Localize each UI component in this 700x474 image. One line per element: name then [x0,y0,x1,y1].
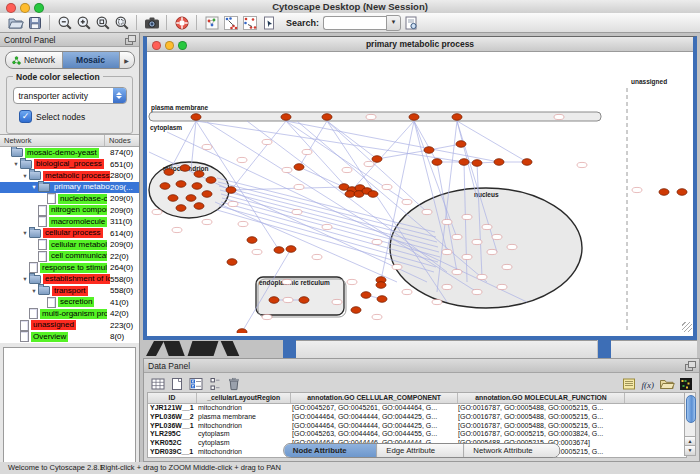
close-icon[interactable] [152,41,161,50]
table-row[interactable]: YPL036W__2plasma membrane[GO:0044464, GO… [148,413,686,422]
network-node[interactable] [191,114,201,121]
tree-row-primary-metabolic[interactable]: ▼primary metabolic209(... [0,182,139,194]
tree-row-metabolic-process[interactable]: ▼metabolic process280(0) [0,170,139,182]
network-node[interactable] [194,203,204,210]
scrollbar-thumb[interactable] [686,395,696,423]
search-network-icon[interactable] [401,14,420,32]
attribute-table-icon[interactable] [148,375,167,393]
network-node[interactable] [472,160,482,167]
table-cell[interactable]: cytoplasm [196,430,290,439]
resize-grip[interactable] [682,322,692,332]
tree-expand-icon[interactable]: ▼ [30,288,38,294]
tab-network-attribute-browser[interactable]: Network Attribute Browser [464,444,559,457]
tree-expand-icon[interactable]: ▼ [21,276,29,282]
table-cell[interactable]: [GO:0016787, GO:0005488, GO:0005215, G..… [456,413,623,422]
table-scrollbar[interactable]: ▲ ▼ [684,392,696,456]
tree-row-biological-process[interactable]: ▼biological_process651(0) [0,159,139,171]
tab-node-attribute-browser[interactable]: Node Attribute Browser [284,444,377,457]
table-cell[interactable]: [GO:0045263, GO:0044464, GO:0044455, G..… [290,430,456,439]
tab-overflow-button[interactable]: ▶ [120,52,134,68]
network-canvas[interactable]: plasma membranecytoplasmmitochondrionnuc… [147,52,693,333]
zoom-window-button[interactable] [34,3,44,13]
tab-edge-attribute-browser[interactable]: Edge Attribute Browser [377,444,464,457]
tab-network[interactable]: Network [6,52,63,68]
network-node[interactable] [494,159,504,166]
network-node[interactable] [351,307,361,314]
network-node[interactable] [180,165,190,172]
tree-row-multi-organism-pro[interactable]: multi-organism pro42(0) [0,308,139,320]
network-node[interactable] [432,159,442,166]
network-node[interactable] [192,183,202,190]
close-window-button[interactable] [6,3,16,13]
select-attributes-icon[interactable] [186,375,205,393]
open-file-icon[interactable] [6,14,25,32]
network-node[interactable] [299,297,309,304]
zoom-fit-icon[interactable] [93,14,112,32]
network-node[interactable] [226,187,236,194]
network-node[interactable] [294,164,304,171]
tree-row-establishment-of-lo[interactable]: ▼establishment of lo558(0) [0,274,139,286]
unselect-attributes-icon[interactable] [205,375,224,393]
network-node[interactable] [409,114,419,121]
table-row[interactable]: YLR295Ccytoplasm[GO:0045263, GO:0044464,… [148,430,686,439]
zoom-region-icon[interactable] [112,14,131,32]
table-cell[interactable]: cytoplasm [196,439,290,448]
maximize-icon[interactable] [178,41,187,50]
table-column-header[interactable]: ID [148,393,197,403]
network-node[interactable] [677,189,687,196]
tree-row-response-to-stimulu[interactable]: response to stimulu264(0) [0,262,139,274]
network-node[interactable] [377,296,387,303]
save-session-icon[interactable] [25,14,44,32]
network-node[interactable] [237,329,247,333]
network-node[interactable] [368,191,378,198]
table-column-header[interactable]: _cellularLayoutRegion [197,393,292,403]
minimize-window-button[interactable] [20,3,30,13]
tree-row-transport[interactable]: ▼transport558(0) [0,285,139,297]
table-cell[interactable]: YPL036W__1 [148,422,196,431]
select-nodes-checkbox[interactable]: ✓ [19,110,32,123]
network-node[interactable] [459,159,469,166]
network-node[interactable] [202,191,212,198]
network-node[interactable] [322,114,332,121]
search-input[interactable] [323,16,386,30]
tree-expand-icon[interactable]: ▼ [30,184,38,190]
network-node[interactable] [452,114,462,121]
tree-expand-icon[interactable]: ▼ [21,230,29,236]
node-color-dropdown[interactable]: transporter activity [13,87,127,104]
tree-row-nitrogen-compou[interactable]: nitrogen compou209(0) [0,205,139,217]
tree-row-macromolecule[interactable]: macromolecule311(0) [0,216,139,228]
zoom-in-icon[interactable] [74,14,93,32]
table-cell[interactable]: [GO:0045267, GO:0045261, GO:0044464, G..… [290,404,456,413]
table-column-header[interactable]: annotation.GO CELLULAR_COMPONENT [291,393,457,403]
table-column-header[interactable] [625,393,686,403]
tree-row-secretion[interactable]: secretion41(0) [0,297,139,309]
table-cell[interactable]: YDR039C__1 [148,448,196,457]
network-node[interactable] [186,195,196,202]
float-panel-icon[interactable] [125,35,135,44]
tree-row-overview[interactable]: Overview8(0) [0,331,139,343]
table-cell[interactable]: [GO:0016787, GO:0005488, GO:0005215, G..… [456,404,623,413]
table-cell[interactable]: YLR295C [148,430,196,439]
table-cell[interactable]: [GO:0044464, GO:0044444, GO:0044425, G..… [290,422,456,431]
formula-fx-icon[interactable]: f(x) [638,375,657,393]
network-node[interactable] [345,191,355,198]
tree-row-cellular-process[interactable]: ▼cellular process614(0) [0,228,139,240]
network-node[interactable] [227,259,237,266]
notepad-icon[interactable] [619,375,638,393]
network-node[interactable] [168,195,178,202]
network-window-controls[interactable] [152,41,187,50]
tree-row-cellular-metabol[interactable]: cellular metabol209(0) [0,239,139,251]
layout-red-icon[interactable] [240,14,259,32]
table-cell[interactable]: plasma membrane [196,413,290,422]
table-cell[interactable]: [GO:0016787, GO:0005215, GO:0003824, G..… [456,430,623,439]
table-cell[interactable]: mitochondrion [196,422,290,431]
network-node[interactable] [176,181,186,188]
network-node[interactable] [286,246,296,253]
network-node[interactable] [456,141,466,148]
network-window-titlebar[interactable]: primary metabolic process [147,37,693,52]
tree-row-unassigned[interactable]: unassigned223(0) [0,320,139,332]
table-cell[interactable]: mitochondrion [196,448,290,457]
snapshot-icon[interactable] [142,14,161,32]
network-node[interactable] [160,183,170,190]
network-node[interactable] [274,247,284,254]
